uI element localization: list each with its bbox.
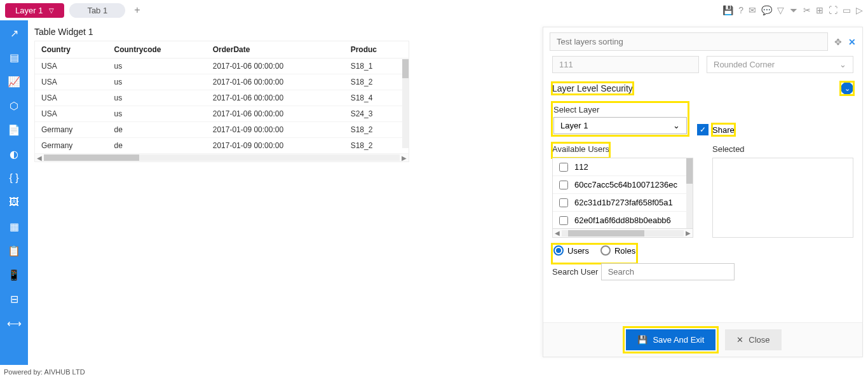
collapse-toggle[interactable]: ⌄ <box>841 82 853 95</box>
col-product[interactable]: Produc <box>344 41 409 58</box>
radio-users-label: Users <box>567 246 589 256</box>
table-row[interactable]: USAus2017-01-06 00:00:00S18_4 <box>35 90 409 106</box>
filter-icon[interactable]: ▽ <box>777 5 784 15</box>
sidebar-data-icon[interactable]: ▤ <box>8 51 20 64</box>
properties-panel: ✥ ✕ 111 Rounded Corner ⌄ Layer Level Sec… <box>543 27 863 357</box>
table-widget[interactable]: Country Countrycode OrderDate Produc USA… <box>34 41 409 162</box>
tools-icon[interactable]: ✂ <box>803 5 811 15</box>
move-icon[interactable]: ✥ <box>834 37 842 47</box>
close-icon: ✕ <box>736 335 743 345</box>
save-and-exit-button[interactable]: 💾 Save And Exit <box>626 329 715 350</box>
hscroll-right-icon[interactable]: ▶ <box>684 230 693 236</box>
sidebar-phone-icon[interactable]: 📱 <box>8 268 20 281</box>
sidebar-image-icon[interactable]: 🖼 <box>8 196 20 209</box>
panel-header: ✥ ✕ <box>543 27 862 56</box>
radio-roles[interactable]: Roles <box>600 245 635 256</box>
table-row[interactable]: USAus2017-01-06 00:00:00S18_2 <box>35 74 409 90</box>
col-orderdate[interactable]: OrderDate <box>207 41 344 58</box>
sidebar-export-icon[interactable]: ↗ <box>8 27 20 39</box>
close-button[interactable]: ✕ Close <box>725 329 781 350</box>
selected-users-list <box>712 158 853 238</box>
users-vscroll[interactable] <box>686 158 693 228</box>
left-sidebar: ↗ ▤ 📈 ⬡ 📄 ◐ { } 🖼 ▦ 📋 📱 ⊟ ⟷ <box>0 20 28 365</box>
user-checkbox[interactable] <box>559 216 568 225</box>
table-row[interactable]: Germanyde2017-01-09 00:00:00S18_2 <box>35 138 409 154</box>
hscroll-track[interactable] <box>44 154 400 161</box>
chevron-down-icon: ⌄ <box>673 121 680 130</box>
sidebar-doc-icon[interactable]: 📄 <box>8 123 20 136</box>
close-icon[interactable]: ✕ <box>848 37 856 47</box>
share-checkbox[interactable]: ✓ <box>697 124 709 135</box>
users-htrack[interactable] <box>562 230 684 236</box>
sidebar-slider-icon[interactable]: ⟷ <box>8 317 20 329</box>
list-item[interactable]: 60cc7acc5c64b10071236ec <box>553 176 693 194</box>
list-item[interactable]: 62c31d1b7273faf658f05a1 <box>553 194 693 212</box>
chevron-down-icon: ⌄ <box>839 60 846 69</box>
save-icon[interactable]: 💾 <box>722 5 733 15</box>
users-hthumb[interactable] <box>568 230 644 236</box>
hscroll-left-icon[interactable]: ◀ <box>553 230 562 236</box>
prev-row: 111 Rounded Corner ⌄ <box>552 56 853 73</box>
screen-icon[interactable]: ⛶ <box>829 5 837 15</box>
sidebar-chart-icon[interactable]: 📈 <box>8 75 20 88</box>
radio-users[interactable]: Users <box>553 245 589 256</box>
selected-users-label: Selected <box>712 144 745 154</box>
select-layer-label: Select Layer <box>553 105 599 114</box>
users-hscroll[interactable]: ◀ ▶ <box>552 229 693 238</box>
search-user-group: Search User <box>552 263 853 280</box>
sidebar-layout-icon[interactable]: ▦ <box>8 220 20 233</box>
chevron-down-icon: ▽ <box>49 7 54 14</box>
user-checkbox[interactable] <box>559 181 568 189</box>
hscroll-right-icon[interactable]: ▶ <box>400 154 409 161</box>
table-row[interactable]: Germanyde2017-01-09 00:00:00S18_2 <box>35 122 409 138</box>
prev-select[interactable]: Rounded Corner ⌄ <box>707 56 853 73</box>
table-hscroll[interactable]: ◀ ▶ <box>35 154 409 161</box>
close-label: Close <box>749 335 770 345</box>
sidebar-code-icon[interactable]: { } <box>8 172 20 184</box>
vscroll-thumb[interactable] <box>402 59 409 78</box>
table-row[interactable]: USAus2017-01-06 00:00:00S24_3 <box>35 106 409 122</box>
sidebar-tree-icon[interactable]: ⊟ <box>8 292 20 305</box>
panel-footer: 💾 Save And Exit ✕ Close <box>543 322 862 357</box>
col-countrycode[interactable]: Countrycode <box>108 41 207 58</box>
sidebar-map-icon[interactable]: ⬡ <box>8 99 20 112</box>
users-vthumb[interactable] <box>686 158 693 184</box>
hscroll-thumb[interactable] <box>44 154 139 161</box>
funnel-icon[interactable]: ⏷ <box>789 5 798 15</box>
share-checkbox-group: ✓ Share <box>697 124 735 135</box>
table-vscroll[interactable] <box>402 59 409 148</box>
rect-icon[interactable]: ▭ <box>843 5 851 15</box>
mail-icon[interactable]: ✉ <box>749 5 756 15</box>
layer-selector[interactable]: Layer 1 ▽ <box>5 3 64 18</box>
help-icon[interactable]: ? <box>738 5 743 15</box>
add-tab-button[interactable]: + <box>130 4 144 16</box>
available-users-col: Available Users 112 60cc7acc5c64b1007123… <box>552 143 693 238</box>
radio-icon <box>553 245 564 256</box>
comment-icon[interactable]: 💬 <box>761 5 772 15</box>
list-item[interactable]: 112 <box>553 158 693 176</box>
section-title: Layer Level Security <box>552 83 633 93</box>
save-label: Save And Exit <box>653 335 704 345</box>
panel-search-input[interactable] <box>550 32 828 51</box>
user-checkbox[interactable] <box>559 198 568 207</box>
save-icon: 💾 <box>637 335 648 345</box>
play-icon[interactable]: ▷ <box>856 5 863 15</box>
table-row[interactable]: USAus2017-01-06 00:00:00S18_1 <box>35 58 409 74</box>
grid-icon[interactable]: ⊞ <box>816 5 824 15</box>
select-layer-dropdown[interactable]: Layer 1 ⌄ <box>553 117 687 134</box>
prev-input[interactable]: 111 <box>552 56 699 73</box>
hscroll-left-icon[interactable]: ◀ <box>35 154 44 161</box>
col-country[interactable]: Country <box>35 41 108 58</box>
radio-roles-label: Roles <box>614 246 635 256</box>
selected-users-col: Selected <box>712 143 853 238</box>
list-item[interactable]: 62e0f1a6f6dd8b8b0eabb6 <box>553 212 693 229</box>
panel-body: 111 Rounded Corner ⌄ Layer Level Securit… <box>543 56 862 323</box>
available-users-list: 112 60cc7acc5c64b10071236ec 62c31d1b7273… <box>552 158 693 229</box>
user-checkbox[interactable] <box>559 163 568 172</box>
search-user-input[interactable] <box>601 263 735 280</box>
tab-1[interactable]: Tab 1 <box>69 3 125 18</box>
search-user-label: Search User <box>552 267 598 277</box>
sidebar-file-icon[interactable]: 📋 <box>8 244 20 257</box>
section-header: Layer Level Security ⌄ <box>552 82 853 95</box>
sidebar-gauge-icon[interactable]: ◐ <box>8 147 20 160</box>
